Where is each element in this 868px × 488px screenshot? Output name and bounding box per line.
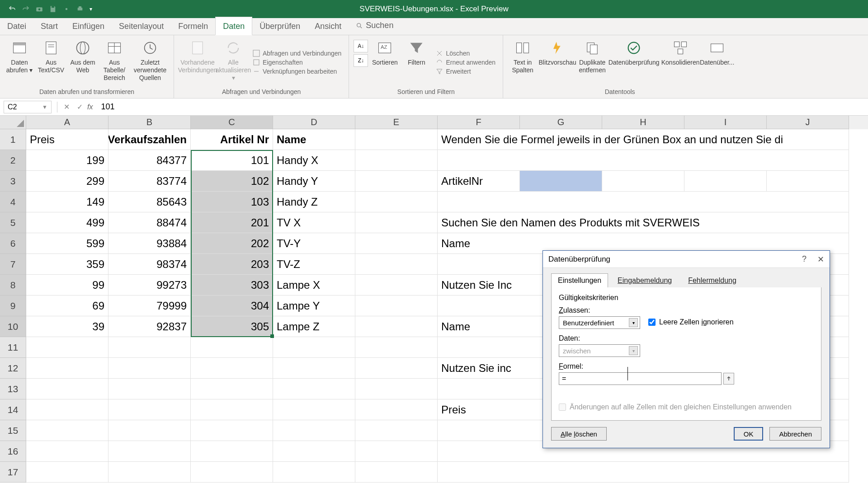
- data-validation-button[interactable]: Datenüberprüfung: [609, 38, 659, 86]
- cell-B14[interactable]: [108, 399, 191, 420]
- cell-F1[interactable]: Wenden Sie die Formel jeweils in der Grü…: [438, 129, 849, 150]
- edit-links-item[interactable]: Verknüpfungen bearbeiten: [253, 68, 341, 75]
- cell-B6[interactable]: 93884: [108, 233, 191, 254]
- cell-D12[interactable]: [273, 358, 355, 379]
- cell-A6[interactable]: 599: [26, 233, 108, 254]
- cell-B3[interactable]: 83774: [108, 171, 191, 192]
- cell-C1[interactable]: Artikel Nr: [191, 129, 273, 150]
- cell-E2[interactable]: [355, 150, 438, 171]
- recent-sources-button[interactable]: Zuletzt verwendete Quellen: [131, 38, 169, 86]
- help-icon[interactable]: ?: [802, 254, 807, 264]
- print-icon[interactable]: [76, 5, 84, 13]
- dialog-tab-input-message[interactable]: Eingabemeldung: [611, 273, 679, 287]
- cell-B16[interactable]: [108, 441, 191, 462]
- select-all-triangle[interactable]: [0, 116, 26, 129]
- cell-J3[interactable]: [767, 171, 849, 192]
- cell-E13[interactable]: [355, 379, 438, 399]
- properties-item[interactable]: Eigenschaften: [253, 59, 341, 66]
- cell-A10[interactable]: 39: [26, 316, 108, 337]
- cell-E1[interactable]: [355, 129, 438, 150]
- cancel-icon[interactable]: ✕: [64, 103, 70, 111]
- cell-D11[interactable]: [273, 337, 355, 358]
- cell-B8[interactable]: 99273: [108, 275, 191, 296]
- row-header-11[interactable]: 11: [0, 337, 26, 358]
- cell-F2[interactable]: [438, 150, 849, 171]
- cell-D10[interactable]: Lampe Z: [273, 316, 355, 337]
- cell-A2[interactable]: 199: [26, 150, 108, 171]
- col-header-H[interactable]: H: [602, 116, 684, 129]
- col-header-B[interactable]: B: [108, 116, 191, 129]
- cell-E8[interactable]: [355, 275, 438, 296]
- filter-button[interactable]: Filtern: [401, 38, 431, 86]
- tab-seitenlayout[interactable]: Seitenlayout: [112, 17, 171, 35]
- cell-E15[interactable]: [355, 420, 438, 441]
- cell-A7[interactable]: 359: [26, 254, 108, 275]
- cell-C15[interactable]: [191, 420, 273, 441]
- flash-fill-button[interactable]: Blitzvorschau: [539, 38, 576, 86]
- cell-F5[interactable]: Suchen Sie den Namen des Produkts mit SV…: [438, 212, 849, 233]
- cell-D6[interactable]: TV-Y: [273, 233, 355, 254]
- remove-duplicates-button[interactable]: Duplikate entfernen: [577, 38, 607, 86]
- row-header-12[interactable]: 12: [0, 358, 26, 379]
- sort-button[interactable]: AZSortieren: [370, 38, 400, 86]
- cell-D5[interactable]: TV X: [273, 212, 355, 233]
- cell-F17[interactable]: [438, 462, 849, 483]
- col-header-D[interactable]: D: [273, 116, 355, 129]
- save-icon[interactable]: [49, 5, 57, 13]
- row-header-3[interactable]: 3: [0, 171, 26, 192]
- reapply-item[interactable]: Erneut anwenden: [436, 59, 495, 66]
- clear-filter-item[interactable]: Löschen: [436, 50, 495, 57]
- cell-A1[interactable]: Preis: [26, 129, 108, 150]
- cell-B11[interactable]: [108, 337, 191, 358]
- row-header-1[interactable]: 1: [0, 129, 26, 150]
- from-text-csv-button[interactable]: Aus Text/CSV: [36, 38, 66, 86]
- cancel-button[interactable]: Abbrechen: [769, 427, 821, 441]
- cell-D16[interactable]: [273, 441, 355, 462]
- cell-A16[interactable]: [26, 441, 108, 462]
- cell-B7[interactable]: 98374: [108, 254, 191, 275]
- dialog-titlebar[interactable]: Datenüberprüfung ? ✕: [543, 251, 830, 268]
- col-header-J[interactable]: J: [767, 116, 849, 129]
- row-header-14[interactable]: 14: [0, 399, 26, 420]
- cell-G3[interactable]: [520, 171, 602, 192]
- from-table-button[interactable]: Aus Tabelle/ Bereich: [99, 38, 129, 86]
- advanced-item[interactable]: Erweitert: [436, 68, 495, 75]
- cell-D17[interactable]: [273, 462, 355, 483]
- close-icon[interactable]: ✕: [817, 254, 824, 264]
- cell-E3[interactable]: [355, 171, 438, 192]
- cell-D7[interactable]: TV-Z: [273, 254, 355, 275]
- cell-C13[interactable]: [191, 379, 273, 399]
- name-box[interactable]: C2 ▼: [4, 101, 52, 113]
- redo-icon[interactable]: [22, 5, 30, 13]
- from-web-button[interactable]: Aus dem Web: [68, 38, 98, 86]
- qat-customize-icon[interactable]: ▾: [90, 6, 92, 12]
- cell-F3[interactable]: ArtikelNr: [438, 171, 520, 192]
- tell-me-search[interactable]: Suchen: [349, 16, 401, 35]
- row-header-16[interactable]: 16: [0, 441, 26, 462]
- cell-B15[interactable]: [108, 420, 191, 441]
- tab-start[interactable]: Start: [33, 17, 65, 35]
- range-selector-button[interactable]: [723, 373, 734, 385]
- formula-field[interactable]: [559, 372, 722, 385]
- cell-C14[interactable]: [191, 399, 273, 420]
- tab-ueberpruefen[interactable]: Überprüfen: [252, 17, 307, 35]
- text-to-columns-button[interactable]: Text in Spalten: [508, 38, 538, 86]
- fx-icon[interactable]: fx: [87, 103, 93, 111]
- sort-asc-button[interactable]: A↓: [354, 40, 368, 52]
- cell-F4[interactable]: [438, 192, 849, 212]
- row-header-17[interactable]: 17: [0, 462, 26, 483]
- cell-C9[interactable]: 304: [191, 296, 273, 316]
- row-header-6[interactable]: 6: [0, 233, 26, 254]
- existing-connections-button[interactable]: Vorhandene Verbindungen: [179, 38, 217, 86]
- cell-C2[interactable]: 101: [191, 150, 273, 171]
- col-header-G[interactable]: G: [520, 116, 602, 129]
- dialog-tab-error-alert[interactable]: Fehlermeldung: [681, 273, 743, 287]
- cell-D15[interactable]: [273, 420, 355, 441]
- tab-datei[interactable]: Datei: [0, 17, 33, 35]
- tab-formeln[interactable]: Formeln: [171, 17, 215, 35]
- refresh-all-button[interactable]: Alle aktualisieren ▾: [218, 38, 248, 86]
- cell-D8[interactable]: Lampe X: [273, 275, 355, 296]
- cell-E4[interactable]: [355, 192, 438, 212]
- clear-all-button[interactable]: Alle löschen: [551, 427, 607, 441]
- tab-daten[interactable]: Daten: [215, 17, 252, 35]
